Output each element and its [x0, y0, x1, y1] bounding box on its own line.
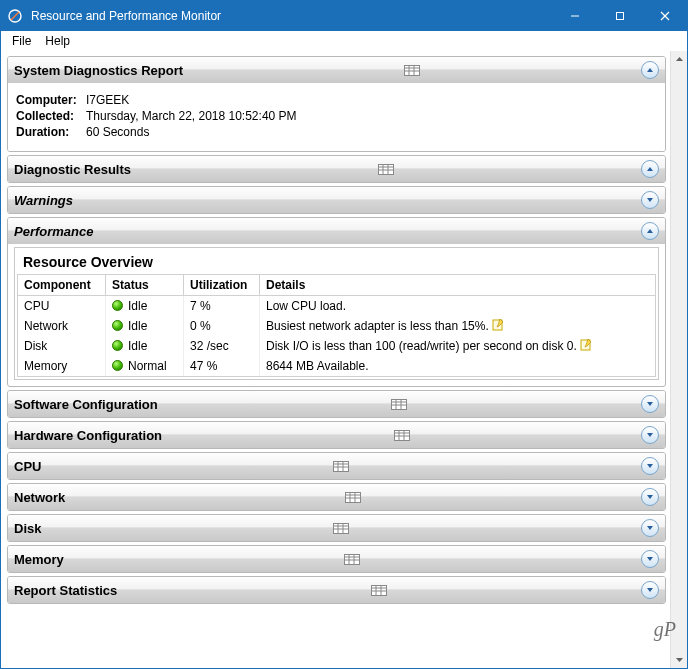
minimize-button[interactable] [552, 1, 597, 31]
titlebar: Resource and Performance Monitor [1, 1, 687, 31]
section-warnings: Warnings [7, 186, 666, 214]
scroll-up-icon[interactable] [672, 51, 687, 68]
section-header-warnings[interactable]: Warnings [8, 187, 665, 213]
svg-marker-63 [647, 588, 653, 592]
duration-value: 60 Seconds [86, 125, 149, 139]
svg-marker-27 [647, 402, 653, 406]
status-dot-green-icon [112, 340, 123, 351]
status-dot-green-icon [112, 320, 123, 331]
section-header-report-statistics[interactable]: Report Statistics [8, 577, 665, 603]
collected-label: Collected: [16, 109, 86, 123]
expand-icon[interactable] [641, 488, 659, 506]
cell-component: CPU [18, 296, 106, 317]
vertical-scrollbar[interactable] [670, 51, 687, 668]
table-row: Memory Normal 47 % 8644 MB Available. [18, 356, 656, 377]
th-utilization: Utilization [184, 275, 260, 296]
computer-value: I7GEEK [86, 93, 129, 107]
table-icon[interactable] [345, 491, 361, 503]
th-details: Details [260, 275, 656, 296]
collapse-icon[interactable] [641, 160, 659, 178]
menubar: File Help [1, 31, 687, 51]
table-icon[interactable] [391, 398, 407, 410]
cell-utilization: 47 % [184, 356, 260, 377]
svg-rect-3 [616, 13, 623, 20]
maximize-button[interactable] [597, 1, 642, 31]
section-header-network[interactable]: Network [8, 484, 665, 510]
table-icon[interactable] [333, 460, 349, 472]
section-title: CPU [14, 459, 41, 474]
note-icon[interactable] [492, 319, 504, 331]
svg-marker-11 [647, 68, 653, 72]
section-title: Performance [14, 224, 93, 239]
section-header-memory[interactable]: Memory [8, 546, 665, 572]
cell-utilization: 0 % [184, 316, 260, 336]
section-title: Diagnostic Results [14, 162, 131, 177]
expand-icon[interactable] [641, 581, 659, 599]
cell-utilization: 32 /sec [184, 336, 260, 356]
section-title: Disk [14, 521, 41, 536]
section-header-cpu[interactable]: CPU [8, 453, 665, 479]
table-row: Disk Idle 32 /sec Disk I/O is less than … [18, 336, 656, 356]
status-dot-green-icon [112, 360, 123, 371]
window-title: Resource and Performance Monitor [31, 9, 552, 23]
table-icon[interactable] [394, 429, 410, 441]
section-network: Network [7, 483, 666, 511]
table-icon[interactable] [344, 553, 360, 565]
table-icon[interactable] [378, 163, 394, 175]
cell-component: Memory [18, 356, 106, 377]
svg-marker-17 [647, 167, 653, 171]
table-row: Network Idle 0 % Busiest network adapter… [18, 316, 656, 336]
cell-status: Idle [106, 336, 184, 356]
table-icon[interactable] [371, 584, 387, 596]
section-report-statistics: Report Statistics [7, 576, 666, 604]
section-header-system-diagnostics[interactable]: System Diagnostics Report [8, 57, 665, 83]
scroll-down-icon[interactable] [672, 651, 687, 668]
close-button[interactable] [642, 1, 687, 31]
section-header-hardware-config[interactable]: Hardware Configuration [8, 422, 665, 448]
svg-marker-19 [647, 229, 653, 233]
content-area: System Diagnostics Report Compute [1, 51, 687, 668]
table-icon[interactable] [404, 64, 420, 76]
section-title: Hardware Configuration [14, 428, 162, 443]
section-cpu: CPU [7, 452, 666, 480]
menu-file[interactable]: File [5, 33, 38, 49]
section-header-disk[interactable]: Disk [8, 515, 665, 541]
table-row: CPU Idle 7 % Low CPU load. [18, 296, 656, 317]
section-title: System Diagnostics Report [14, 63, 183, 78]
th-status: Status [106, 275, 184, 296]
system-diagnostics-body: Computer: I7GEEK Collected: Thursday, Ma… [8, 83, 665, 151]
expand-icon[interactable] [641, 519, 659, 537]
section-system-diagnostics: System Diagnostics Report Compute [7, 56, 666, 152]
cell-component: Network [18, 316, 106, 336]
expand-icon[interactable] [641, 550, 659, 568]
section-title: Warnings [14, 193, 73, 208]
note-icon[interactable] [580, 339, 592, 351]
svg-marker-45 [647, 495, 653, 499]
svg-marker-65 [676, 658, 683, 662]
cell-status: Idle [106, 316, 184, 336]
expand-icon[interactable] [641, 457, 659, 475]
menu-help[interactable]: Help [38, 33, 77, 49]
table-icon[interactable] [333, 522, 349, 534]
collapse-icon[interactable] [641, 222, 659, 240]
resource-overview-title: Resource Overview [15, 248, 658, 274]
cell-utilization: 7 % [184, 296, 260, 317]
svg-marker-33 [647, 433, 653, 437]
resource-overview-table: Component Status Utilization Details CPU… [17, 274, 656, 377]
app-icon [7, 8, 23, 24]
expand-icon[interactable] [641, 426, 659, 444]
cell-details: Disk I/O is less than 100 (read/write) p… [260, 336, 656, 356]
cell-details: Low CPU load. [260, 296, 656, 317]
svg-marker-64 [676, 57, 683, 61]
expand-icon[interactable] [641, 395, 659, 413]
cell-status: Normal [106, 356, 184, 377]
cell-details: Busiest network adapter is less than 15%… [260, 316, 656, 336]
section-header-diagnostic-results[interactable]: Diagnostic Results [8, 156, 665, 182]
section-disk: Disk [7, 514, 666, 542]
section-header-software-config[interactable]: Software Configuration [8, 391, 665, 417]
expand-icon[interactable] [641, 191, 659, 209]
section-header-performance[interactable]: Performance [8, 218, 665, 244]
svg-marker-57 [647, 557, 653, 561]
section-title: Software Configuration [14, 397, 158, 412]
collapse-icon[interactable] [641, 61, 659, 79]
